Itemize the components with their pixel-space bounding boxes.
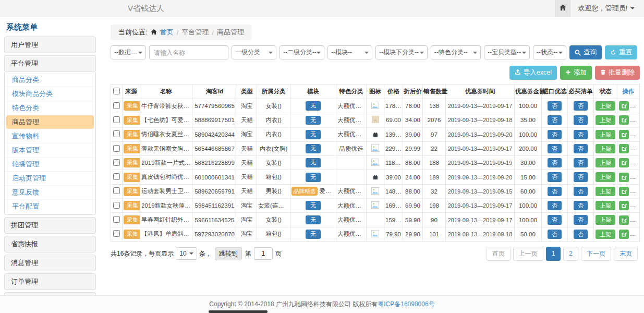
import-excel-button[interactable]: 导入excel	[509, 66, 557, 80]
import-select-toggle[interactable]: 否	[548, 158, 562, 167]
row-checkbox[interactable]	[113, 116, 120, 123]
edit-button[interactable]	[619, 173, 629, 182]
select-all-checkbox[interactable]	[113, 88, 120, 94]
user-menu[interactable]: 欢迎您，管理员!	[578, 4, 635, 13]
import-select-toggle[interactable]: 否	[548, 201, 562, 210]
filter-select-level1-category[interactable]: 一级分类	[232, 45, 276, 59]
filter-select-data-source[interactable]: --数据来源--	[111, 45, 146, 59]
sidebar-group-0[interactable]: 用户管理	[4, 37, 96, 53]
horizontal-scrollbar-thumb[interactable]	[209, 310, 268, 313]
edit-button[interactable]	[619, 101, 629, 111]
must-buy-toggle[interactable]: 否	[574, 187, 588, 196]
import-select-toggle[interactable]: 否	[548, 101, 562, 111]
row-checkbox[interactable]	[113, 130, 120, 137]
sidebar-item-1-1[interactable]: 模块商品分类	[5, 87, 95, 101]
import-select-toggle[interactable]: 否	[548, 115, 562, 125]
edit-button[interactable]	[619, 215, 629, 225]
must-buy-toggle[interactable]: 否	[574, 215, 588, 224]
import-select-toggle[interactable]: 否	[548, 215, 562, 224]
must-buy-toggle[interactable]: 否	[574, 230, 588, 239]
icp-link[interactable]: 粤ICP备16098006号	[378, 300, 434, 309]
add-button[interactable]: 添加	[560, 66, 592, 80]
goto-page-input[interactable]	[254, 247, 273, 260]
page-button-1[interactable]: 1	[546, 247, 561, 261]
filter-select-module[interactable]: --模块--	[327, 45, 372, 59]
status-button[interactable]: 上架	[596, 115, 615, 125]
sidebar-item-1-0[interactable]: 商品分类	[5, 73, 95, 87]
sidebar-item-1-6[interactable]: 轮播管理	[5, 158, 95, 172]
sidebar-item-1-2[interactable]: 特色分类	[5, 101, 95, 115]
filter-input-name[interactable]	[149, 45, 228, 59]
filter-select-item-type[interactable]: --宝贝类型--	[484, 45, 530, 59]
status-button[interactable]: 上架	[596, 172, 615, 182]
sidebar-group-2[interactable]: 拼团管理	[4, 217, 96, 234]
reset-button[interactable]: 重置	[605, 45, 637, 59]
search-button[interactable]: 查询	[569, 45, 602, 59]
must-buy-toggle[interactable]: 否	[574, 115, 588, 125]
per-page-select[interactable]: 10	[176, 247, 197, 260]
sidebar-group-5[interactable]: 订单管理	[4, 273, 96, 290]
page-button-下一页[interactable]: 下一页	[581, 247, 611, 261]
filter-select-module-sub-category[interactable]: --模块下分类--	[375, 45, 428, 59]
filter-select-level2-category[interactable]: --二级分类--	[280, 45, 324, 59]
must-buy-toggle[interactable]: 否	[574, 130, 588, 139]
sidebar-group-1[interactable]: 平台管理	[4, 55, 96, 72]
status-button[interactable]: 上架	[596, 230, 615, 239]
must-buy-toggle[interactable]: 否	[574, 201, 588, 210]
page-button-首页[interactable]: 首页	[487, 247, 511, 261]
status-button[interactable]: 上架	[596, 130, 615, 139]
sidebar-item-1-7[interactable]: 启动页管理	[5, 172, 95, 186]
cell-name: 【港风】单肩斜跨链条...	[140, 227, 192, 241]
sidebar-item-1-9[interactable]: 平台配置	[5, 200, 95, 213]
status-button[interactable]: 上架	[596, 144, 615, 153]
batch-delete-button[interactable]: 批量删除	[595, 66, 640, 80]
import-select-toggle[interactable]: 否	[548, 172, 562, 182]
status-button[interactable]: 上架	[596, 101, 615, 111]
row-checkbox[interactable]	[113, 202, 120, 209]
must-buy-toggle[interactable]: 否	[574, 144, 588, 153]
edit-button[interactable]	[619, 230, 629, 239]
row-checkbox-cell	[111, 170, 123, 184]
cell-coupon-amount: 100.00	[515, 127, 542, 141]
sidebar-group-3[interactable]: 省惠快报	[4, 236, 96, 252]
import-select-toggle[interactable]: 否	[548, 130, 562, 139]
status-button[interactable]: 上架	[596, 215, 615, 224]
must-buy-toggle[interactable]: 否	[574, 158, 588, 167]
row-checkbox[interactable]	[113, 159, 120, 166]
filter-select-status[interactable]: --状态--	[533, 45, 566, 59]
edit-button[interactable]	[619, 187, 629, 196]
goto-page-button[interactable]: 跳转到	[215, 247, 242, 260]
sidebar-item-1-4[interactable]: 宣传物料	[5, 129, 95, 143]
row-checkbox[interactable]	[113, 102, 120, 109]
status-button[interactable]: 上架	[596, 187, 615, 196]
row-checkbox[interactable]	[113, 187, 120, 194]
import-select-toggle[interactable]: 否	[548, 144, 562, 153]
sidebar-group-4[interactable]: 消息管理	[4, 255, 96, 271]
home-icon	[560, 4, 566, 13]
must-buy-toggle[interactable]: 否	[574, 101, 588, 111]
status-button[interactable]: 上架	[596, 158, 615, 167]
page-button-上一页[interactable]: 上一页	[513, 247, 543, 261]
must-buy-toggle[interactable]: 否	[574, 172, 588, 182]
cell-coupon-time: 2019-09-13—2019-09-18	[446, 227, 515, 241]
edit-button[interactable]	[619, 130, 629, 139]
status-button[interactable]: 上架	[596, 201, 615, 210]
page-button-末页[interactable]: 末页	[614, 247, 638, 261]
edit-button[interactable]	[619, 115, 629, 125]
edit-button[interactable]	[619, 144, 629, 153]
breadcrumb-home-link[interactable]: 首页	[160, 28, 174, 37]
row-checkbox[interactable]	[113, 173, 120, 180]
import-select-toggle[interactable]: 否	[548, 230, 562, 239]
row-checkbox[interactable]	[113, 216, 120, 223]
import-select-toggle[interactable]: 否	[548, 187, 562, 196]
edit-button[interactable]	[619, 158, 629, 167]
sidebar-item-1-5[interactable]: 版本管理	[5, 143, 95, 158]
page-button-2[interactable]: 2	[563, 247, 578, 261]
filter-select-feature-category[interactable]: --特色分类--	[431, 45, 481, 59]
edit-button[interactable]	[619, 201, 629, 210]
sidebar-item-1-3[interactable]: 商品管理	[6, 115, 94, 129]
sidebar-item-1-8[interactable]: 意见反馈	[5, 186, 95, 200]
home-button[interactable]	[555, 0, 570, 17]
row-checkbox[interactable]	[113, 145, 120, 152]
row-checkbox[interactable]	[113, 230, 120, 237]
